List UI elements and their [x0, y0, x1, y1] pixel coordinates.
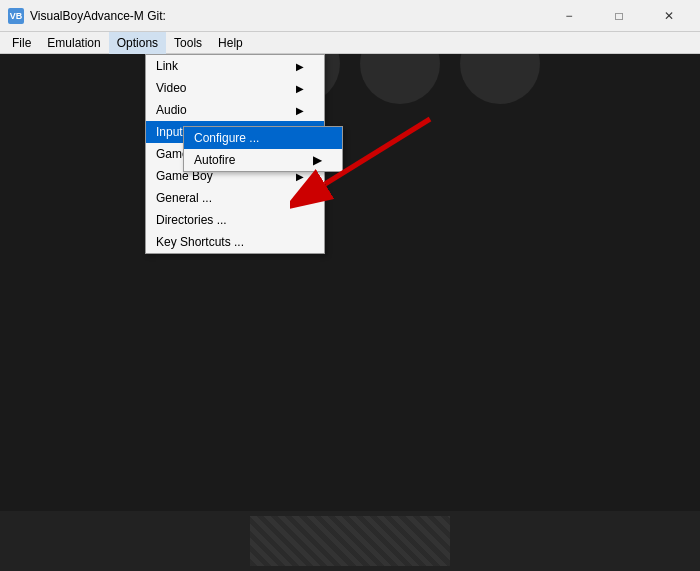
- close-button[interactable]: ✕: [646, 0, 692, 32]
- menu-bar: File Emulation Options Tools Help: [0, 32, 700, 54]
- submenu-item-configure[interactable]: Configure ...: [184, 127, 342, 149]
- menu-item-general[interactable]: General ...: [146, 187, 324, 209]
- menu-item-link[interactable]: Link ▶: [146, 55, 324, 77]
- maximize-button[interactable]: □: [596, 0, 642, 32]
- submenu-arrow-autofire: ▶: [313, 153, 322, 167]
- minimize-button[interactable]: −: [546, 0, 592, 32]
- submenu-arrow-link: ▶: [296, 61, 304, 72]
- input-submenu-container: Configure ... Autofire ▶: [183, 126, 343, 172]
- menu-item-video[interactable]: Video ▶: [146, 77, 324, 99]
- menu-item-audio[interactable]: Audio ▶: [146, 99, 324, 121]
- submenu-item-autofire[interactable]: Autofire ▶: [184, 149, 342, 171]
- submenu-arrow-gb: ▶: [296, 171, 304, 182]
- title-bar-text: VisualBoyAdvance-M Git:: [30, 9, 546, 23]
- menu-tools[interactable]: Tools: [166, 32, 210, 54]
- menu-emulation[interactable]: Emulation: [39, 32, 108, 54]
- menu-options[interactable]: Options: [109, 32, 166, 54]
- title-bar: VB VisualBoyAdvance-M Git: − □ ✕: [0, 0, 700, 32]
- menu-item-key-shortcuts[interactable]: Key Shortcuts ...: [146, 231, 324, 253]
- app-icon: VB: [8, 8, 24, 24]
- bg-bottom: [0, 511, 700, 571]
- menu-item-directories[interactable]: Directories ...: [146, 209, 324, 231]
- main-content: Link ▶ Video ▶ Audio ▶ Input ▶ Game Boy …: [0, 54, 700, 571]
- menu-help[interactable]: Help: [210, 32, 251, 54]
- menu-file[interactable]: File: [4, 32, 39, 54]
- submenu-arrow-audio: ▶: [296, 105, 304, 116]
- title-bar-controls: − □ ✕: [546, 0, 692, 32]
- submenu-arrow-video: ▶: [296, 83, 304, 94]
- input-submenu: Configure ... Autofire ▶: [183, 126, 343, 172]
